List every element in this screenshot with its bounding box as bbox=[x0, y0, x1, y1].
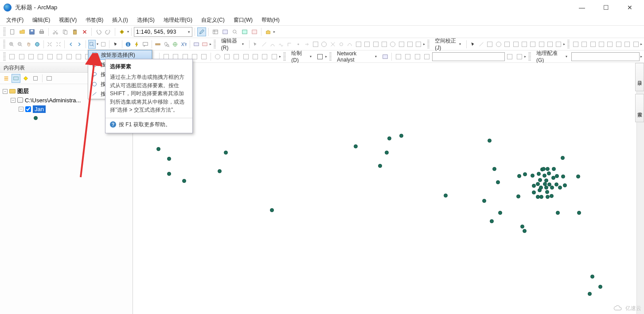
map-point[interactable] bbox=[590, 275, 594, 279]
identify-icon[interactable]: i bbox=[125, 40, 132, 49]
map-point[interactable] bbox=[387, 136, 391, 140]
edit-direction-icon[interactable] bbox=[320, 40, 328, 49]
sa-attrib-icon[interactable] bbox=[512, 40, 519, 49]
map-point[interactable] bbox=[516, 194, 520, 198]
map-point[interactable] bbox=[488, 139, 492, 143]
zoom-in-icon[interactable] bbox=[8, 40, 15, 49]
edit-reshape-icon[interactable] bbox=[363, 40, 371, 49]
new-doc-icon[interactable] bbox=[8, 27, 17, 36]
toolbar-grip[interactable] bbox=[214, 40, 216, 49]
minimize-button[interactable]: — bbox=[576, 2, 588, 13]
draw-shape-icon[interactable] bbox=[316, 52, 324, 61]
catalog-tab[interactable]: 目录 bbox=[635, 63, 644, 91]
scale-combo[interactable]: 1:140, 545, 993▾ bbox=[134, 27, 192, 37]
map-point[interactable] bbox=[482, 199, 486, 203]
search-tab[interactable]: 搜索 bbox=[635, 94, 644, 122]
toc-list-by-source-icon[interactable] bbox=[12, 74, 20, 83]
na-5-icon[interactable] bbox=[506, 52, 514, 61]
georef-layer-combo[interactable] bbox=[571, 52, 640, 61]
map-point[interactable] bbox=[496, 180, 500, 184]
map-point[interactable] bbox=[554, 182, 558, 186]
toolbox-icon[interactable] bbox=[264, 27, 273, 36]
topo-8-icon[interactable] bbox=[632, 40, 640, 49]
map-point[interactable] bbox=[561, 174, 565, 178]
search-window-icon[interactable] bbox=[230, 27, 239, 36]
toolbar-grip[interactable] bbox=[427, 40, 429, 49]
map-point[interactable] bbox=[536, 182, 540, 186]
adv-5-icon[interactable] bbox=[200, 52, 208, 61]
snap-6-icon[interactable] bbox=[55, 52, 64, 61]
map-point[interactable] bbox=[517, 174, 521, 178]
edit-midpoint-icon[interactable] bbox=[294, 40, 302, 49]
edit-end-icon[interactable] bbox=[303, 40, 311, 49]
fixed-zoom-out-icon[interactable] bbox=[55, 40, 62, 49]
maximize-button[interactable]: ☐ bbox=[600, 2, 612, 13]
sa-limit-icon[interactable] bbox=[538, 40, 545, 49]
map-point[interactable] bbox=[490, 219, 494, 223]
close-button[interactable]: ✕ bbox=[624, 2, 636, 13]
pan-icon[interactable] bbox=[25, 40, 32, 49]
next-extent-icon[interactable] bbox=[75, 40, 83, 49]
menu-bookmarks[interactable]: 书签(B) bbox=[82, 16, 107, 25]
catalog-window-icon[interactable] bbox=[221, 27, 230, 36]
edit-trace-icon[interactable] bbox=[277, 40, 285, 49]
edit-cut-icon[interactable] bbox=[372, 40, 379, 49]
adv-8-icon[interactable] bbox=[232, 52, 241, 61]
table-window-icon[interactable] bbox=[211, 27, 220, 36]
toc-list-by-visibility-icon[interactable] bbox=[21, 74, 30, 83]
redo-icon[interactable] bbox=[104, 27, 113, 36]
measure-icon[interactable] bbox=[154, 40, 162, 49]
map-point[interactable] bbox=[546, 195, 550, 199]
map-point[interactable] bbox=[552, 167, 556, 171]
adv-12-icon[interactable] bbox=[270, 52, 278, 61]
map-point[interactable] bbox=[532, 184, 536, 188]
topo-1-icon[interactable] bbox=[572, 40, 579, 49]
undo-icon[interactable] bbox=[94, 27, 103, 36]
sa-table-icon[interactable] bbox=[529, 40, 537, 49]
map-point[interactable] bbox=[531, 174, 535, 178]
map-point[interactable] bbox=[544, 178, 548, 182]
network-analyst-menu[interactable]: Network Analyst▾ bbox=[334, 52, 380, 61]
georef-menu[interactable]: 地理配准(G)▾ bbox=[533, 52, 570, 61]
map-point[interactable] bbox=[498, 211, 502, 215]
map-point[interactable] bbox=[224, 151, 228, 155]
toolbar-grip[interactable] bbox=[567, 40, 570, 49]
find-icon[interactable] bbox=[163, 40, 170, 49]
python-window-icon[interactable] bbox=[240, 27, 249, 36]
menu-view[interactable]: 视图(V) bbox=[55, 16, 80, 25]
snap-1-icon[interactable] bbox=[8, 52, 16, 61]
model-builder-icon[interactable] bbox=[250, 27, 259, 36]
topo-3-icon[interactable] bbox=[589, 40, 597, 49]
map-point[interactable] bbox=[544, 186, 548, 190]
spatial-adjust-menu[interactable]: 空间校正(J)▾ bbox=[432, 40, 464, 49]
save-icon[interactable] bbox=[27, 27, 36, 36]
menu-edit[interactable]: 编辑(E) bbox=[29, 16, 54, 25]
toolbar-grip[interactable] bbox=[3, 40, 5, 49]
map-point[interactable] bbox=[218, 169, 222, 173]
zoom-out-icon[interactable] bbox=[16, 40, 24, 49]
sa-multi-icon[interactable] bbox=[486, 40, 494, 49]
goto-xy-icon[interactable]: XY bbox=[180, 40, 187, 49]
create-viewer-icon[interactable] bbox=[201, 40, 208, 49]
snap-2-icon[interactable] bbox=[17, 52, 26, 61]
adv-9-icon[interactable] bbox=[242, 52, 250, 61]
fixed-zoom-in-icon[interactable] bbox=[46, 40, 53, 49]
clear-selection-icon[interactable] bbox=[99, 40, 107, 49]
map-point[interactable] bbox=[182, 179, 186, 183]
na-4-icon[interactable] bbox=[422, 52, 431, 61]
map-point[interactable] bbox=[545, 190, 549, 194]
map-point[interactable] bbox=[444, 194, 448, 198]
na-window-icon[interactable] bbox=[381, 52, 389, 61]
menu-file[interactable]: 文件(F) bbox=[3, 16, 27, 25]
map-point[interactable] bbox=[523, 172, 527, 176]
menu-geoprocessing[interactable]: 地理处理(G) bbox=[160, 16, 196, 25]
na-3-icon[interactable] bbox=[413, 52, 422, 61]
html-popup-icon[interactable] bbox=[141, 40, 149, 49]
map-point[interactable] bbox=[156, 147, 160, 151]
topo-7-icon[interactable] bbox=[623, 40, 631, 49]
snap-7-icon[interactable] bbox=[65, 52, 73, 61]
edit-rotate-icon[interactable] bbox=[389, 40, 397, 49]
map-point[interactable] bbox=[555, 174, 559, 178]
na-1-icon[interactable] bbox=[394, 52, 402, 61]
map-point[interactable] bbox=[167, 172, 171, 176]
